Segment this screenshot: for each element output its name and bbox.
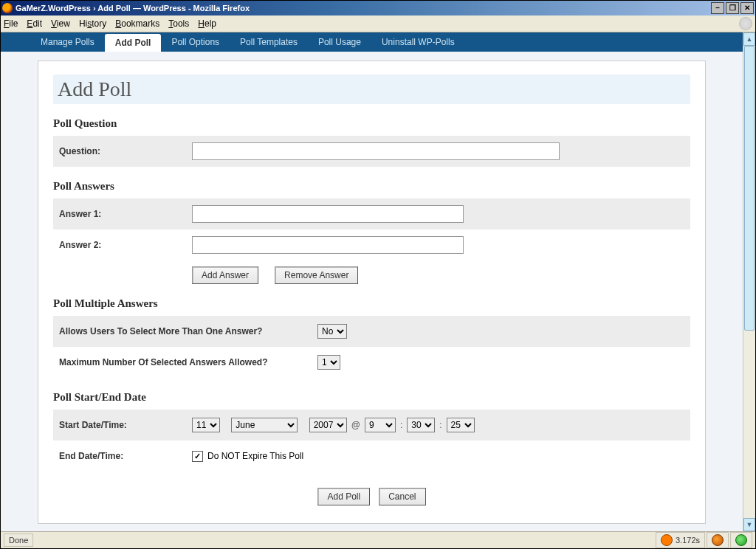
ok-icon [735, 534, 747, 546]
scroll-down-button[interactable]: ▼ [743, 518, 755, 531]
max-selected-select[interactable]: 1 [317, 355, 340, 370]
firefox-icon [2, 3, 13, 13]
status-ok [730, 532, 752, 548]
menu-bookmarks[interactable]: Bookmarks [115, 18, 159, 29]
row-answer-2: Answer 2: [53, 229, 690, 260]
allow-multi-select[interactable]: No [317, 324, 347, 339]
menubar: File Edit View History Bookmarks Tools H… [1, 15, 755, 32]
menu-help[interactable]: Help [198, 18, 216, 29]
row-answer-1: Answer 1: [53, 198, 690, 229]
row-start-date: Start Date/Time: 11 June 2007 @ 9 : 30 :… [53, 410, 690, 441]
colon-separator-1: : [400, 420, 402, 430]
answer-2-input[interactable] [192, 236, 464, 254]
vertical-scrollbar[interactable]: ▲ ▼ [743, 32, 755, 531]
label-allow-multi: Allows Users To Select More Than One Ans… [59, 326, 317, 336]
answer-1-input[interactable] [192, 205, 464, 223]
answer-buttons: Add Answer Remove Answer [53, 260, 690, 284]
menu-history[interactable]: History [79, 18, 106, 29]
tab-add-poll[interactable]: Add Poll [105, 34, 162, 52]
label-end-date: End Date/Time: [59, 451, 192, 461]
remove-answer-button[interactable]: Remove Answer [275, 266, 358, 284]
close-button[interactable]: ✕ [740, 2, 754, 14]
page-title: Add Poll [53, 75, 690, 104]
scroll-thumb[interactable] [744, 46, 755, 331]
no-expire-label: Do NOT Expire This Poll [207, 451, 303, 461]
no-expire-wrap: Do NOT Expire This Poll [192, 451, 303, 462]
row-max-selected: Maximum Number Of Selected Answers Allow… [53, 347, 690, 378]
tab-manage-polls[interactable]: Manage Polls [30, 32, 105, 52]
menu-tools[interactable]: Tools [168, 18, 189, 29]
browser-window: GaMerZ.WordPress › Add Poll — WordPress … [0, 0, 756, 549]
section-poll-question: Poll Question [53, 117, 690, 130]
restore-button[interactable]: ❐ [726, 2, 739, 14]
add-answer-button[interactable]: Add Answer [192, 266, 258, 284]
start-day-select[interactable]: 11 [192, 418, 220, 432]
label-answer-2: Answer 2: [59, 240, 192, 250]
minimize-button[interactable]: – [711, 2, 724, 14]
no-expire-checkbox[interactable] [192, 451, 203, 462]
window-controls: – ❐ ✕ [711, 2, 754, 14]
row-allow-multi: Allows Users To Select More Than One Ans… [53, 316, 690, 347]
firebug-icon [661, 534, 673, 546]
start-sec-select[interactable]: 25 [447, 418, 475, 432]
tab-poll-options[interactable]: Poll Options [161, 32, 230, 52]
throbber-icon [739, 17, 752, 30]
cancel-button[interactable]: Cancel [379, 488, 425, 505]
label-max-selected: Maximum Number Of Selected Answers Allow… [59, 357, 317, 367]
wp-admin-tabs: Manage Polls Add Poll Poll Options Poll … [1, 32, 743, 52]
menu-edit[interactable]: Edit [27, 18, 42, 29]
status-timer: 3.172s [656, 532, 705, 548]
window-title: GaMerZ.WordPress › Add Poll — WordPress … [16, 4, 711, 13]
form-panel: Add Poll Poll Question Question: Poll An… [38, 61, 706, 524]
row-question: Question: [53, 136, 690, 167]
colon-separator-2: : [439, 420, 441, 430]
start-year-select[interactable]: 2007 [309, 418, 347, 432]
tab-uninstall[interactable]: Uninstall WP-Polls [371, 32, 465, 52]
label-answer-1: Answer 1: [59, 209, 192, 219]
add-poll-button[interactable]: Add Poll [317, 488, 370, 505]
section-multiple-answers: Poll Multiple Answers [53, 297, 690, 310]
status-ff [707, 532, 729, 548]
content-area: Manage Polls Add Poll Poll Options Poll … [1, 32, 755, 531]
statusbar: Done 3.172s [1, 531, 755, 548]
tab-poll-templates[interactable]: Poll Templates [230, 32, 308, 52]
start-month-select[interactable]: June [231, 418, 298, 432]
status-text: Done [4, 534, 33, 547]
menu-view[interactable]: View [51, 18, 70, 29]
start-hour-select[interactable]: 9 [365, 418, 396, 432]
section-dates: Poll Start/End Date [53, 391, 690, 404]
scroll-track[interactable] [743, 46, 755, 518]
submit-row: Add Poll Cancel [53, 488, 690, 505]
label-start-date: Start Date/Time: [59, 420, 192, 430]
firefox-small-icon [712, 534, 724, 546]
question-input[interactable] [192, 142, 560, 160]
titlebar: GaMerZ.WordPress › Add Poll — WordPress … [1, 1, 755, 15]
label-question: Question: [59, 146, 192, 156]
section-poll-answers: Poll Answers [53, 180, 690, 193]
start-min-select[interactable]: 30 [407, 418, 435, 432]
scroll-up-button[interactable]: ▲ [743, 32, 755, 46]
tab-poll-usage[interactable]: Poll Usage [308, 32, 371, 52]
menu-file[interactable]: File [4, 18, 18, 29]
at-separator: @ [351, 420, 360, 430]
row-end-date: End Date/Time: Do NOT Expire This Poll [53, 441, 690, 472]
